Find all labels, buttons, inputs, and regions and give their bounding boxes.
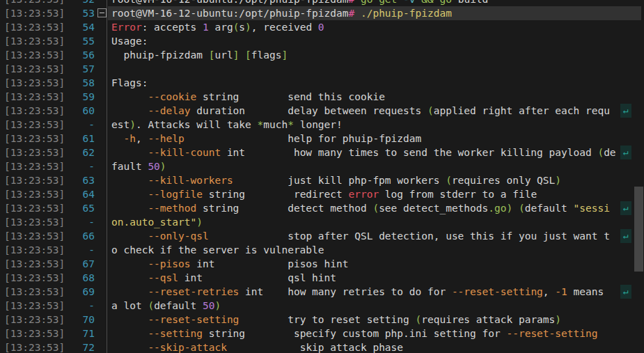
log-text-segment: Error	[111, 22, 142, 33]
timestamp: [13:23:53]	[4, 104, 65, 118]
log-text-segment: est	[111, 119, 129, 130]
scrollbar-thumb[interactable]	[634, 187, 643, 272]
log-line-content: Flags:	[111, 76, 148, 90]
log-text-segment: -1	[555, 286, 567, 297]
log-text-segment: int how many times to send the worker ki…	[221, 147, 597, 158]
log-text-segment: int pisos hint	[191, 258, 349, 269]
log-line-content: -h, --help help for phuip-fpizdam	[111, 132, 421, 146]
log-text-segment: --only-qsl	[148, 230, 208, 242]
log-text-segment: log from stderr to a file	[379, 189, 537, 200]
log-text-segment: means	[567, 286, 610, 297]
line-number: 56	[67, 48, 95, 62]
log-line-content: --reset-setting try to reset setting (re…	[111, 313, 561, 327]
log-text-segment: . Attacks will take	[136, 119, 258, 130]
timestamp: [13:23:53]	[4, 132, 65, 146]
log-text-segment: --kill-workers	[148, 175, 233, 186]
wrap-icon: ↵	[620, 104, 631, 118]
log-row: [13:23:53]60 --delay duration delay betw…	[0, 104, 644, 118]
log-line-content: --delay duration delay between requests …	[111, 104, 610, 118]
timestamp: [13:23:53]	[4, 173, 65, 187]
log-text-segment: skip attack phase	[227, 342, 403, 353]
log-text-segment: ./phuip-fpizdam	[361, 8, 452, 19]
timestamp: [13:23:53]	[4, 243, 65, 257]
line-number: 57	[67, 62, 95, 76]
line-number: -	[67, 159, 95, 173]
log-text-segment: --setting	[148, 328, 203, 339]
log-text-segment: --delay	[148, 105, 190, 116]
log-text-segment: )	[214, 300, 221, 311]
log-text-segment: (	[372, 203, 379, 214]
log-text-segment: )	[245, 22, 251, 33]
line-number: 61	[67, 132, 95, 146]
line-number: 64	[67, 187, 95, 201]
log-text-segment: --cookie	[148, 91, 196, 102]
timestamp: [13:23:53]	[4, 6, 65, 20]
log-text-segment: fault	[111, 161, 148, 172]
log-text-segment: much	[263, 119, 288, 130]
line-number: -	[67, 118, 95, 132]
timestamp: [13:23:53]	[4, 146, 65, 159]
log-text-segment: "sessi	[574, 203, 610, 214]
log-text-segment: longer!	[294, 119, 343, 130]
log-text-segment: url	[214, 49, 233, 61]
gutter-divider	[107, 0, 107, 353]
timestamp: [13:23:53]	[4, 187, 65, 201]
log-text-segment: error	[348, 189, 379, 200]
log-text-segment	[111, 175, 148, 186]
log-row: [13:23:53]-o check if the server is vuln…	[0, 243, 644, 257]
log-text-segment: root@VM-16-12-ubuntu:/opt/phuip-fpizdam	[111, 0, 348, 5]
timestamp: [13:23:53]	[4, 201, 65, 215]
log-text-segment: string redirect	[203, 189, 349, 200]
log-row: [13:23:53]71 --setting string specify cu…	[0, 327, 644, 340]
log-row: [13:23:53]-on.auto_start")	[0, 215, 644, 229]
log-text-segment: applied right after each requ	[434, 105, 610, 116]
scrollbar[interactable]	[632, 0, 644, 353]
line-number: 52	[67, 0, 95, 6]
log-line-content: a lot (default 50)	[111, 299, 221, 313]
fold-minus-glyph	[100, 13, 104, 13]
log-text-segment: root@VM-16-12-ubuntu:/opt/phuip-fpizdam	[111, 8, 348, 19]
log-text-segment: arg	[209, 22, 233, 33]
log-text-segment: #	[348, 8, 354, 19]
log-row: [13:23:53]70 --reset-setting try to rese…	[0, 313, 644, 327]
log-text-segment: ,	[136, 133, 148, 144]
log-line-content: --pisos int pisos hint	[111, 257, 348, 271]
line-number: 54	[67, 20, 95, 34]
log-text-segment: --reset-retries	[148, 286, 239, 297]
log-row: [13:23:53]65 --method string detect meth…	[0, 201, 644, 215]
log-row: [13:23:53]-a lot (default 50)	[0, 299, 644, 313]
line-number: 66	[67, 229, 95, 243]
log-text-segment: flags	[251, 49, 282, 61]
log-text-segment: )	[129, 119, 136, 130]
log-text-segment: on.auto_start"	[111, 217, 196, 228]
log-text-segment	[111, 286, 148, 297]
line-number: 59	[67, 90, 95, 104]
line-number: 58	[67, 76, 95, 90]
log-row: [13:23:53]-fault 50)	[0, 159, 644, 173]
log-text-segment: (	[597, 147, 604, 158]
log-text-segment: int how many retries to do for	[239, 286, 452, 297]
timestamp: [13:23:53]	[4, 0, 65, 6]
log-line-content: --kill-count int how many times to send …	[111, 146, 616, 159]
timestamp: [13:23:53]	[4, 299, 65, 313]
fold-collapse-icon[interactable]	[97, 8, 107, 17]
timestamp: [13:23:53]	[4, 215, 65, 229]
log-text-segment: int qsl hint	[178, 272, 336, 283]
timestamp: [13:23:53]	[4, 285, 65, 299]
timestamp: [13:23:53]	[4, 313, 65, 327]
wrap-icon: ↵	[620, 229, 631, 243]
line-number: 53	[67, 6, 95, 20]
timestamp: [13:23:53]	[4, 76, 65, 90]
log-text-segment: *	[258, 119, 264, 130]
line-number: -	[67, 243, 95, 257]
timestamp: [13:23:53]	[4, 62, 65, 76]
line-number: 60	[67, 104, 95, 118]
log-line-content: --skip-attack skip attack phase	[111, 340, 403, 353]
log-text-segment: --reset-setting	[148, 314, 239, 325]
log-line-content: Usage:	[111, 34, 148, 48]
log-row: [13:23:53]53root@VM-16-12-ubuntu:/opt/ph…	[0, 6, 644, 20]
log-text-segment	[111, 203, 148, 214]
log-text-segment: requires only QSL	[452, 175, 555, 186]
log-line-content: root@VM-16-12-ubuntu:/opt/phuip-fpizdam#…	[111, 6, 452, 20]
log-line-content: Error: accepts 1 arg(s), received 0	[111, 20, 324, 34]
